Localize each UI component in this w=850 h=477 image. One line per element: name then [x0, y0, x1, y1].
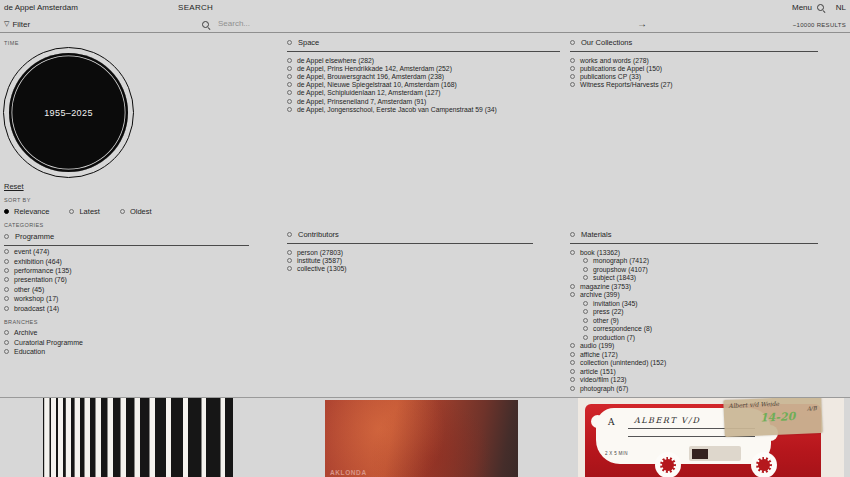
- filter-option[interactable]: press (22): [583, 308, 818, 317]
- filter-option[interactable]: de Appel, Jongensschool, Eerste Jacob va…: [287, 105, 560, 113]
- radio-icon: [4, 349, 9, 354]
- filter-option[interactable]: magazine (3753): [570, 282, 818, 291]
- filter-option-label: Education: [14, 348, 45, 355]
- filter-option[interactable]: invitation (345): [583, 299, 818, 308]
- filter-option[interactable]: subject (1843): [583, 274, 818, 283]
- radio-icon: [570, 58, 575, 63]
- filter-option[interactable]: presentation (76): [4, 275, 72, 284]
- radio-icon: [287, 232, 292, 237]
- radio-icon: [287, 40, 292, 45]
- collections-filter-header[interactable]: Our Collections: [570, 38, 818, 52]
- filter-option[interactable]: groupshow (4107): [583, 265, 818, 274]
- filter-option[interactable]: person (27803): [287, 248, 533, 256]
- search-input[interactable]: [218, 19, 368, 28]
- filter-option[interactable]: de Appel, Prins Hendrikkade 142, Amsterd…: [287, 64, 560, 72]
- filter-option-label: publications CP (33): [580, 73, 641, 80]
- filter-option[interactable]: other (45): [4, 285, 72, 294]
- filter-option-label: groupshow (4107): [593, 266, 648, 273]
- filter-option[interactable]: de Appel, Nieuwe Spiegelstraat 10, Amste…: [287, 81, 560, 89]
- filter-option[interactable]: works and words (278): [570, 56, 818, 64]
- collections-header-label: Our Collections: [581, 38, 632, 47]
- filter-option-label: presentation (76): [14, 276, 67, 283]
- filter-option-label: magazine (3753): [580, 283, 631, 290]
- cassette-title-handwriting: ALBERT V/D: [634, 416, 700, 425]
- cassette-spool-left: [655, 452, 681, 477]
- filter-option[interactable]: book (13362): [570, 248, 818, 257]
- radio-icon: [570, 343, 575, 348]
- filter-option[interactable]: audio (199): [570, 342, 818, 351]
- filter-option[interactable]: broadcast (14): [4, 303, 72, 312]
- materials-filter-header[interactable]: Materials: [570, 230, 818, 244]
- collections-filter-list: works and words (278) publications de Ap…: [570, 56, 818, 89]
- filter-option[interactable]: collection (unintended) (152): [570, 359, 818, 368]
- time-range-dial[interactable]: 1955–2025: [3, 47, 134, 178]
- filter-option[interactable]: publications CP (33): [570, 72, 818, 80]
- stripes-artwork-image: [43, 398, 233, 477]
- radio-icon: [4, 209, 9, 214]
- radio-icon: [570, 377, 575, 382]
- filter-option[interactable]: correspondence (8): [583, 325, 818, 334]
- programme-filter-header[interactable]: Programme: [4, 232, 249, 246]
- language-toggle[interactable]: NL: [836, 3, 846, 12]
- filter-option-label: press (22): [593, 308, 624, 315]
- filter-option[interactable]: de Appel, Prinseneiland 7, Amsterdam (91…: [287, 97, 560, 105]
- radio-icon: [287, 107, 292, 112]
- sort-section-label: SORT BY: [4, 197, 31, 203]
- filter-option[interactable]: photograph (67): [570, 384, 818, 393]
- result-thumbnail-cassette[interactable]: A ALBERT V/D 2 X 5 MIN Albert v/d Weide …: [578, 398, 844, 477]
- filter-option-label: Archive: [14, 329, 37, 336]
- search-icon[interactable]: [817, 4, 826, 13]
- sort-option-label: Relevance: [14, 207, 49, 216]
- radio-icon: [570, 66, 575, 71]
- filter-option[interactable]: Witness Reports/Harvests (27): [570, 81, 818, 89]
- sort-option[interactable]: Oldest: [120, 207, 152, 215]
- sort-option[interactable]: Relevance: [4, 207, 49, 215]
- programme-header-label: Programme: [15, 232, 54, 241]
- search-submit-arrow[interactable]: →: [637, 18, 647, 29]
- radio-icon: [583, 326, 588, 331]
- filter-toggle[interactable]: ▽ Filter: [4, 20, 30, 29]
- filter-option[interactable]: other (9): [583, 316, 818, 325]
- contributors-filter-header[interactable]: Contributors: [287, 230, 533, 244]
- filter-option-label: de Appel, Jongensschool, Eerste Jacob va…: [297, 106, 497, 113]
- sort-option[interactable]: Latest: [69, 207, 99, 215]
- filter-option[interactable]: performance (135): [4, 266, 72, 275]
- filter-option[interactable]: article (151): [570, 367, 818, 376]
- filter-option[interactable]: de Appel, Brouwersgracht 196, Amsterdam …: [287, 72, 560, 80]
- filter-option-label: exhibition (464): [14, 258, 62, 265]
- filter-option[interactable]: de Appel elsewhere (282): [287, 56, 560, 64]
- filter-option[interactable]: monograph (7412): [583, 257, 818, 266]
- filter-option[interactable]: Archive: [4, 328, 83, 337]
- space-filter-header[interactable]: Space: [287, 38, 560, 52]
- filter-option[interactable]: workshop (17): [4, 294, 72, 303]
- filter-option[interactable]: production (7): [583, 333, 818, 342]
- filter-option-label: event (474): [14, 248, 49, 255]
- radio-icon: [570, 40, 575, 45]
- filter-option[interactable]: archive (399): [570, 291, 818, 300]
- filter-option[interactable]: Curatorial Programme: [4, 337, 83, 346]
- filter-option[interactable]: institute (3587): [287, 256, 533, 264]
- filter-option[interactable]: event (474): [4, 247, 72, 256]
- result-thumbnail-stripes[interactable]: [43, 398, 233, 477]
- filter-option[interactable]: collective (1305): [287, 264, 533, 272]
- brand[interactable]: de Appel Amsterdam: [4, 3, 78, 12]
- filter-option[interactable]: publications de Appel (150): [570, 64, 818, 72]
- radio-icon: [570, 292, 575, 297]
- filter-option[interactable]: video/film (123): [570, 376, 818, 385]
- sticker-name-handwriting: Albert v/d Weide: [728, 400, 779, 409]
- filter-option[interactable]: de Appel, Schipluidenlaan 12, Amsterdam …: [287, 89, 560, 97]
- filter-option[interactable]: exhibition (464): [4, 256, 72, 265]
- categories-section-label: CATEGORIES: [4, 222, 44, 228]
- cassette-duration-label: 2 X 5 MIN: [605, 451, 628, 456]
- result-thumbnail-poster[interactable]: AKLONDA: [325, 400, 518, 477]
- radio-icon: [570, 74, 575, 79]
- reset-button[interactable]: Reset: [4, 182, 24, 191]
- filter-option[interactable]: Education: [4, 347, 83, 356]
- radio-icon: [583, 258, 588, 263]
- filter-option[interactable]: affiche (172): [570, 350, 818, 359]
- filter-option-label: other (9): [593, 317, 619, 324]
- radio-icon: [4, 340, 9, 345]
- branches-list: Archive Curatorial Programme Education: [4, 328, 83, 356]
- radio-icon: [287, 250, 292, 255]
- menu-button[interactable]: Menu: [792, 3, 812, 12]
